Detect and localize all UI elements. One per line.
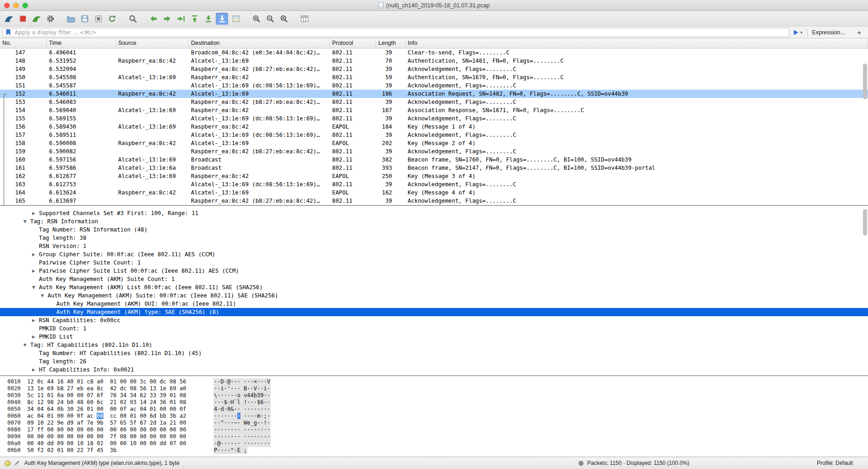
packet-row[interactable]: 1656.613697Raspberr_ea:8c:42 (b8:27:eb:e… xyxy=(0,197,868,205)
hex-byte[interactable]: 21 xyxy=(169,420,176,426)
zoom-in-button[interactable] xyxy=(250,13,262,25)
hex-byte[interactable]: 00 xyxy=(47,433,54,440)
hex-ascii-text[interactable]: ········ ········ xyxy=(213,426,271,433)
hex-byte[interactable]: 67 xyxy=(140,420,146,426)
expander-collapsed-icon[interactable]: ▶ xyxy=(31,316,39,324)
hex-byte[interactable]: 10 xyxy=(37,420,44,426)
expert-info-icon[interactable] xyxy=(5,460,11,466)
hex-ascii-text[interactable]: 4·d·0&·· ········ xyxy=(213,406,271,413)
column-header-length[interactable]: Length xyxy=(376,38,405,48)
expander-collapsed-icon[interactable]: ▶ xyxy=(31,250,39,259)
hex-row[interactable]: 0020 13 1e 69 b8 27 eb ea 8c 42 dc 08 56… xyxy=(7,385,868,392)
hex-byte[interactable]: 00 xyxy=(150,378,156,385)
hex-byte[interactable]: 98 xyxy=(47,399,54,405)
hex-byte[interactable]: 50 xyxy=(27,447,33,453)
save-file-button[interactable] xyxy=(78,13,91,25)
hex-byte[interactable]: 00 xyxy=(87,433,93,440)
hex-byte[interactable]: 5f xyxy=(130,420,136,426)
start-capture-button[interactable] xyxy=(3,13,15,25)
hex-byte[interactable]: 18 xyxy=(87,440,93,447)
hex-byte[interactable]: bb xyxy=(160,413,166,419)
hex-byte[interactable]: 00 xyxy=(77,392,83,399)
expander-collapsed-icon[interactable]: ▶ xyxy=(31,267,39,275)
hex-byte[interactable]: 00 xyxy=(27,433,33,440)
hex-byte[interactable]: 56 xyxy=(140,385,146,392)
hex-byte[interactable]: b8 xyxy=(57,385,63,392)
detail-tree-row[interactable]: ▼Auth Key Management (AKM) List 00:0f:ac… xyxy=(0,283,868,291)
hex-byte[interactable]: 00 xyxy=(130,378,136,385)
hex-byte[interactable]: 00 xyxy=(110,406,116,412)
hex-byte[interactable]: 12 xyxy=(37,399,44,405)
detail-tree-row[interactable]: ▶RSN Capabilities: 0x00cc xyxy=(0,316,868,324)
column-header-destination[interactable]: Destination xyxy=(189,38,330,48)
hex-byte[interactable]: 02 xyxy=(97,440,103,447)
hex-byte[interactable]: 17 xyxy=(27,426,33,433)
detail-tree-row[interactable]: ▼Tag: RSN Information xyxy=(0,217,868,226)
hex-byte[interactable]: ac xyxy=(130,406,136,412)
hex-byte[interactable]: 3c xyxy=(140,378,146,385)
expander-collapsed-icon[interactable]: ▶ xyxy=(31,366,39,374)
column-header-time[interactable]: Time xyxy=(47,38,116,48)
hex-row[interactable]: 0040 8c 12 98 24 b0 48 60 6c 21 02 03 14… xyxy=(7,399,868,406)
detail-tree-row[interactable]: ▶Supported Channels Set #3 First: 100, R… xyxy=(0,209,868,217)
apply-filter-button[interactable]: ▾ xyxy=(793,29,802,36)
detail-tree-row[interactable]: RSN Version: 1 xyxy=(0,242,868,250)
hex-byte[interactable]: 00 xyxy=(120,378,126,385)
hex-byte[interactable]: 40 xyxy=(67,378,73,385)
packet-row[interactable]: 1636.612753Alcatel-_13:1e:69 (dc:08:56:1… xyxy=(0,180,868,189)
hex-byte[interactable]: 00 xyxy=(150,433,156,440)
hex-byte[interactable]: 7f xyxy=(110,433,116,440)
hex-byte[interactable]: 00 xyxy=(160,426,166,433)
hex-byte[interactable]: 9b xyxy=(97,420,103,426)
hex-byte[interactable]: 00 xyxy=(87,426,93,433)
hex-byte[interactable]: 01 xyxy=(47,392,54,399)
hex-byte[interactable]: 42 xyxy=(110,385,116,392)
colorize-button[interactable] xyxy=(229,13,242,25)
hex-byte[interactable]: 01 xyxy=(169,392,176,399)
hex-byte[interactable]: 00 xyxy=(140,440,146,447)
hex-byte[interactable]: 04 xyxy=(37,406,44,412)
hex-byte[interactable]: 65 xyxy=(120,420,126,426)
packet-row[interactable]: 1496.532094Raspberr_ea:8c:42 (b8:27:eb:e… xyxy=(0,65,868,73)
hex-byte[interactable]: 36 xyxy=(160,399,166,405)
hex-byte[interactable]: 00 xyxy=(160,433,166,440)
hex-byte[interactable]: 7e xyxy=(87,420,93,426)
hex-byte[interactable]: 00 xyxy=(120,426,126,433)
first-packet-button[interactable] xyxy=(188,13,201,25)
hex-byte[interactable]: 16 xyxy=(57,378,63,385)
hex-ascii-text[interactable]: ··D·@··· ···<···V xyxy=(213,378,271,385)
expression-button[interactable]: Expression… xyxy=(812,29,846,36)
profile-selector[interactable]: Profile: Default xyxy=(817,460,853,466)
hex-byte[interactable]: 00 xyxy=(67,426,73,433)
hex-byte[interactable]: 00 xyxy=(57,413,63,419)
hex-byte[interactable]: 00 xyxy=(180,433,186,440)
hex-byte[interactable]: 0f xyxy=(77,413,83,419)
packet-row[interactable]: 1596.590082Raspberr_ea:8c:42 (b8:27:eb:e… xyxy=(0,147,868,156)
hex-byte[interactable]: 00 xyxy=(150,440,156,447)
expander-expanded-icon[interactable]: ▼ xyxy=(22,217,30,226)
hex-byte[interactable]: 08 xyxy=(180,392,186,399)
hex-byte[interactable]: 21 xyxy=(110,399,116,405)
column-header-info[interactable]: Info xyxy=(405,38,868,48)
hex-byte[interactable]: 01 xyxy=(130,413,136,419)
hex-byte[interactable]: 01 xyxy=(57,447,63,453)
open-file-button[interactable] xyxy=(65,13,77,25)
goto-packet-button[interactable] xyxy=(175,13,187,25)
hex-byte[interactable]: 00 xyxy=(77,433,83,440)
zoom-window-button[interactable] xyxy=(22,3,28,8)
hex-byte[interactable]: 00 xyxy=(169,426,176,433)
add-filter-button[interactable]: + xyxy=(855,28,863,36)
hex-byte[interactable]: 13 xyxy=(27,385,33,392)
hex-row[interactable]: 0030 5c 11 01 0a 00 00 07 6f 76 34 34 62… xyxy=(7,392,868,399)
hex-byte[interactable]: 00 xyxy=(180,420,186,426)
detail-tree-row[interactable]: Tag Number: RSN Information (48) xyxy=(0,226,868,234)
hex-ascii-text[interactable]: ·@······ ········ xyxy=(213,440,271,447)
hex-byte[interactable]: 00 xyxy=(97,406,103,412)
hex-byte[interactable]: 01 xyxy=(150,406,156,412)
hex-byte[interactable]: 45 xyxy=(97,447,103,453)
hex-byte[interactable]: 01 xyxy=(77,378,83,385)
detail-tree-row[interactable]: Auth Key Management (AKM) Suite Count: 1 xyxy=(0,275,868,283)
hex-byte[interactable]: 30 xyxy=(67,406,73,412)
hex-byte[interactable]: 00 xyxy=(110,440,116,447)
hex-byte[interactable]: 04 xyxy=(140,406,146,412)
